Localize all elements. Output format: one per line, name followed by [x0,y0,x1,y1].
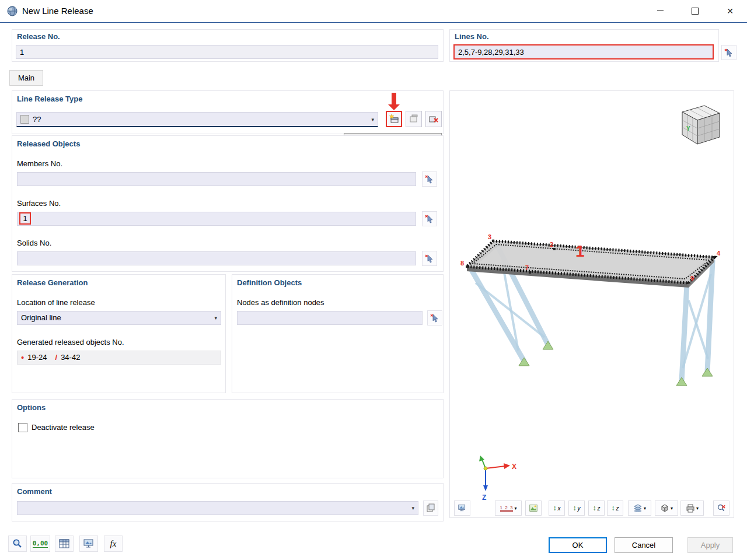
generated-objects-box: • 19-24 / 34-42 [17,351,221,365]
released-objects-header: Released Objects [17,139,80,148]
view-x-button[interactable]: ↕ x [549,501,565,516]
axis-letter: x [558,505,561,512]
tab-main-label: Main [18,74,34,82]
view-minus-z-button[interactable]: ↕ z [607,501,623,516]
units-icon: 0,00 [33,540,48,548]
updown-arrows-icon: ↕ [553,504,557,512]
line-release-type-combobox[interactable]: ?? ▾ [16,112,378,127]
released-line-icon: / [55,351,58,364]
cancel-button[interactable]: Cancel [615,537,673,553]
release-no-input[interactable] [16,45,438,59]
comment-copy-button[interactable] [423,501,438,516]
members-no-label: Members No. [17,159,62,168]
tab-main[interactable]: Main [9,70,43,86]
type-color-swatch [20,115,29,124]
highlight-arrow-head [388,104,400,110]
solids-pick-button[interactable] [422,251,437,266]
surfaces-value-highlight: 1 [19,212,31,225]
ok-button[interactable]: OK [549,537,607,553]
location-label: Location of line release [17,298,95,307]
comment-combobox[interactable]: ▾ [17,501,418,515]
location-combobox[interactable]: Original line ▾ [17,311,221,325]
updown-arrows-icon: ↕ [573,504,577,512]
released-dot-icon: • [21,352,24,363]
definition-nodes-label: Nodes as definition nodes [237,298,324,307]
render-icon [529,503,537,513]
select-cursor-icon [425,254,434,263]
new-type-icon [389,114,399,124]
monitor-icon [83,539,94,548]
close-button[interactable]: ✕ [717,0,743,22]
table-icon [59,539,69,548]
solids-no-label: Solids No. [17,239,51,247]
deactivate-release-label: Deactivate release [32,423,95,432]
chevron-down-icon: ▾ [214,312,217,324]
copy-release-type-button[interactable] [406,111,422,127]
view-y-button[interactable]: ↕ y [568,501,585,516]
deactivate-release-checkbox[interactable] [18,423,27,432]
apply-button[interactable]: Apply [687,537,733,553]
select-cursor-icon [724,48,734,57]
zoom-reset-button[interactable] [713,501,729,516]
display-icon [458,503,466,513]
lines-no-input[interactable] [453,44,714,60]
maximize-button[interactable] [682,0,708,22]
minimize-icon [657,10,664,11]
dimensions-button[interactable]: 1 2 3 ▾ [495,501,522,516]
dims-label: 1 2 3 [500,505,514,512]
display-properties-button[interactable] [454,501,470,516]
view-cube-button[interactable]: ▾ [655,501,678,516]
window-title: New Line Release [22,0,93,22]
units-settings-button[interactable]: 0,00 [30,536,50,552]
delete-release-type-button[interactable] [425,111,442,127]
generated-objects-label: Generated released objects No. [17,338,124,346]
line-release-type-header: Line Release Type [17,94,82,103]
chevron-down-icon: ▾ [411,502,414,514]
edit-in-table-button[interactable] [55,536,74,552]
axis-letter: z [616,505,619,512]
release-generation-header: Release Generation [17,278,88,287]
chevron-down-icon: ▾ [671,506,673,511]
view-z-button[interactable]: ↕ z [588,501,605,516]
lines-no-panel: Lines No. [449,29,719,62]
chevron-down-icon: ▾ [371,113,374,126]
surfaces-no-value: 1 [23,214,27,223]
print-button[interactable]: ▾ [680,501,704,516]
comment-header: Comment [17,487,52,496]
release-no-label: Release No. [17,32,60,41]
definition-objects-header: Definition Objects [237,278,302,287]
app-icon [6,5,18,19]
viewport[interactable] [449,90,734,518]
close-icon: ✕ [727,6,734,16]
members-no-input[interactable] [17,172,416,186]
help-search-button[interactable] [8,536,27,552]
copy-type-icon [409,114,419,124]
minimize-button[interactable] [647,0,673,22]
surfaces-pick-button[interactable] [422,211,437,226]
chevron-down-icon: ▾ [514,506,516,511]
surfaces-no-input[interactable]: 1 [17,212,416,226]
select-cursor-icon [425,214,434,223]
solids-no-input[interactable] [17,251,416,265]
axis-letter: z [598,505,601,512]
cube-icon [660,503,669,513]
lines-pick-button[interactable] [721,45,736,60]
functions-button[interactable]: fx [104,536,123,552]
magnifier-icon [12,538,23,549]
create-new-release-type-button[interactable] [386,111,402,127]
select-cursor-icon [430,313,439,323]
definition-nodes-input[interactable] [237,311,423,325]
printer-icon [686,504,695,513]
generated-range-1: 19-24 [27,351,47,364]
chevron-down-icon: ▾ [644,506,646,511]
display-settings-button[interactable] [79,536,98,552]
visibility-button[interactable]: ▾ [628,501,651,516]
highlight-arrow [392,93,396,104]
release-no-panel: Release No. [12,29,444,62]
definition-nodes-pick-button[interactable] [427,310,442,326]
render-mode-button[interactable] [525,501,542,516]
updown-arrows-icon: ↕ [612,504,615,512]
members-pick-button[interactable] [422,172,437,187]
options-panel: Options Deactivate release [12,399,444,478]
copy-icon [426,503,435,513]
